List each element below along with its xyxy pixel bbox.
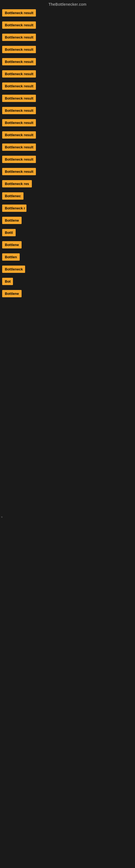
- bottleneck-row: Bottl: [0, 227, 135, 239]
- bottleneck-badge[interactable]: Bottlene: [2, 241, 21, 248]
- bottleneck-row: Bottleneck result: [0, 130, 135, 141]
- bottleneck-badge[interactable]: Bottleneck result: [2, 107, 36, 114]
- bottleneck-badge[interactable]: Bottleneck result: [2, 70, 36, 78]
- bottleneck-badge[interactable]: Bottleneck result: [2, 9, 36, 17]
- bottleneck-row: Bottleneck result: [0, 118, 135, 129]
- bottleneck-row: Bottlene: [0, 215, 135, 227]
- bottleneck-badge[interactable]: Bottlen: [2, 253, 20, 261]
- bottleneck-row: Bottleneck result: [0, 69, 135, 80]
- bottleneck-row: Bottleneck result: [0, 44, 135, 56]
- site-header: TheBottlenecker.com: [0, 0, 135, 8]
- bottleneck-row: Bottleneck result: [0, 105, 135, 117]
- bottleneck-row: Bottleneck result: [0, 81, 135, 93]
- bottleneck-badge[interactable]: Bottleneck res: [2, 180, 32, 187]
- bottleneck-row: Bottlenec: [0, 191, 135, 203]
- bottleneck-badge[interactable]: Bottleneck result: [2, 131, 36, 138]
- bottleneck-badge[interactable]: Bottleneck result: [2, 46, 36, 53]
- bottleneck-badge[interactable]: Bottlene: [2, 217, 21, 224]
- bottleneck-row: Bottleneck result: [0, 142, 135, 154]
- bottleneck-badge[interactable]: Bottleneck result: [2, 58, 36, 65]
- bottleneck-badge[interactable]: Bottleneck result: [2, 34, 36, 41]
- bottleneck-row: Bottleneck result: [0, 154, 135, 166]
- bottleneck-row: Bottleneck result: [0, 32, 135, 44]
- bottleneck-badge[interactable]: Bottlene: [2, 290, 21, 297]
- bottleneck-row: Bottlene: [0, 288, 135, 300]
- bottleneck-row: Bottleneck res: [0, 179, 135, 190]
- bottleneck-badge[interactable]: Bottleneck: [2, 266, 25, 273]
- bottleneck-badge[interactable]: Bot: [2, 278, 13, 285]
- items-list: Bottleneck resultBottleneck resultBottle…: [0, 8, 135, 300]
- bottleneck-badge[interactable]: Bottl: [2, 229, 16, 236]
- bottleneck-row: Bottlen: [0, 252, 135, 264]
- bottleneck-row: Bottlene: [0, 240, 135, 251]
- bottleneck-row: Bottleneck: [0, 264, 135, 276]
- bottleneck-badge[interactable]: Bottleneck result: [2, 95, 36, 102]
- bottleneck-badge[interactable]: Bottleneck result: [2, 168, 36, 175]
- bottleneck-badge[interactable]: Bottleneck result: [2, 83, 36, 90]
- bottleneck-badge[interactable]: Bottleneck result: [2, 22, 36, 29]
- bottleneck-row: Bottleneck result: [0, 56, 135, 68]
- bottleneck-row: Bot: [0, 276, 135, 288]
- bottleneck-row: Bottleneck r: [0, 203, 135, 215]
- bottleneck-row: Bottleneck result: [0, 93, 135, 105]
- bottom-label: d: [1, 517, 3, 518]
- bottleneck-badge[interactable]: Bottleneck r: [2, 205, 27, 212]
- bottleneck-badge[interactable]: Bottleneck result: [2, 156, 36, 163]
- page-wrapper: TheBottlenecker.com Bottleneck resultBot…: [0, 0, 135, 680]
- bottleneck-badge[interactable]: Bottlenec: [2, 192, 24, 199]
- bottleneck-badge[interactable]: Bottleneck result: [2, 144, 36, 151]
- bottleneck-row: Bottleneck result: [0, 8, 135, 19]
- bottleneck-row: Bottleneck result: [0, 20, 135, 31]
- bottleneck-badge[interactable]: Bottleneck result: [2, 119, 36, 126]
- bottleneck-row: Bottleneck result: [0, 166, 135, 178]
- bottom-area: d: [0, 301, 135, 680]
